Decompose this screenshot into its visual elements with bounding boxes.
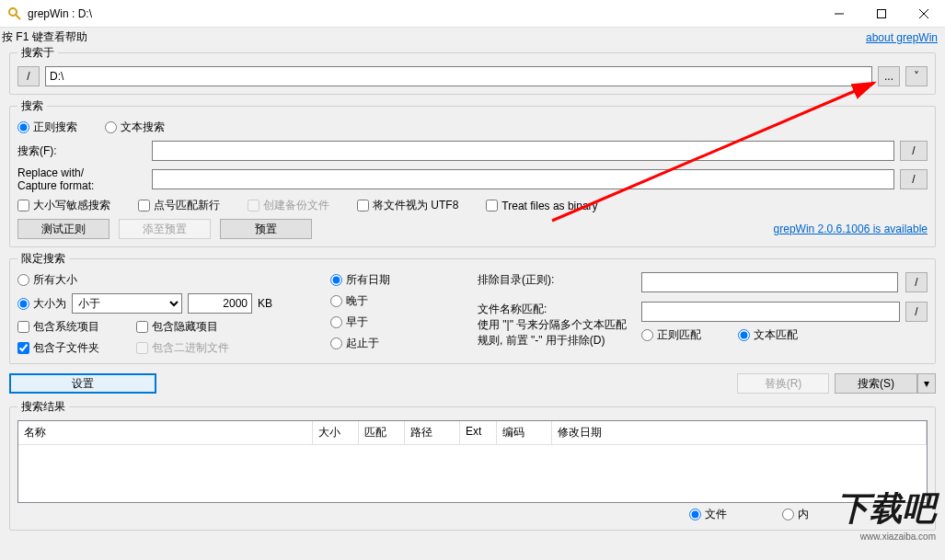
col-matches[interactable]: 匹配: [359, 421, 405, 444]
size-is-radio[interactable]: 大小为: [17, 296, 66, 312]
dot-newline-check[interactable]: 点号匹配新行: [138, 198, 220, 213]
search-button[interactable]: 搜索(S): [835, 373, 917, 394]
results-legend: 搜索结果: [17, 399, 69, 415]
search-group: 搜索 正则搜索 文本搜索 搜索(F): / Replace with/ Capt…: [9, 98, 936, 247]
text-match-radio[interactable]: 文本匹配: [738, 327, 798, 343]
case-sensitive-check[interactable]: 大小写敏感搜索: [17, 198, 110, 213]
result-file-radio[interactable]: 文件: [689, 507, 727, 522]
between-radio[interactable]: 起止于: [330, 336, 459, 351]
svg-line-1: [16, 15, 20, 19]
exclude-dirs-input[interactable]: [641, 272, 898, 292]
replace-input[interactable]: [152, 169, 894, 189]
filename-match-input[interactable]: [641, 302, 900, 322]
result-content-radio[interactable]: 内: [782, 507, 809, 522]
limit-legend: 限定搜索: [17, 251, 69, 267]
svg-rect-3: [878, 9, 886, 17]
settings-button[interactable]: 设置: [9, 373, 156, 394]
filename-match-label: 文件名称匹配: 使用 "|" 号来分隔多个文本匹配 规则, 前置 "-" 用于排…: [478, 302, 634, 349]
svg-point-0: [9, 8, 17, 16]
col-encoding[interactable]: 编码: [497, 421, 552, 444]
replace-button: 替换(R): [737, 373, 829, 394]
col-path[interactable]: 路径: [405, 421, 460, 444]
exclude-slash-button[interactable]: /: [905, 272, 928, 292]
search-path-input[interactable]: [45, 66, 872, 86]
close-button[interactable]: [903, 0, 945, 28]
col-size[interactable]: 大小: [313, 421, 359, 444]
col-modified[interactable]: 修改日期: [552, 421, 927, 444]
create-backup-check: 创建备份文件: [248, 198, 329, 213]
col-name[interactable]: 名称: [18, 421, 313, 444]
search-legend: 搜索: [17, 98, 47, 114]
include-system-check[interactable]: 包含系统项目: [17, 319, 99, 335]
regex-search-radio[interactable]: 正则搜索: [17, 120, 77, 135]
help-hint: 按 F1 键查看帮助: [2, 29, 866, 45]
size-op-select[interactable]: 小于: [72, 293, 182, 314]
binary-check[interactable]: Treat files as binary: [486, 198, 597, 213]
size-value-input[interactable]: [188, 293, 252, 314]
limit-group: 限定搜索 所有大小 大小为 小于 KB 包含系统项目 包含子文件夹 包含隐藏项目…: [9, 251, 936, 364]
add-preset-button: 添至预置: [119, 219, 211, 239]
about-link[interactable]: about grepWin: [866, 31, 938, 44]
col-ext[interactable]: Ext: [460, 421, 497, 444]
older-than-radio[interactable]: 早于: [330, 314, 459, 330]
search-dropdown-button[interactable]: ▾: [917, 373, 936, 394]
include-hidden-check[interactable]: 包含隐藏项目: [136, 319, 229, 335]
update-link[interactable]: grepWin 2.0.6.1006 is available: [774, 223, 928, 235]
results-group: 搜索结果 名称 大小 匹配 路径 Ext 编码 修改日期 文件 内: [9, 399, 936, 531]
search-input[interactable]: [152, 141, 894, 161]
test-regex-button[interactable]: 测试正则: [17, 219, 109, 239]
include-binary-check: 包含二进制文件: [136, 340, 229, 356]
size-unit-label: KB: [258, 297, 272, 310]
filename-slash-button[interactable]: /: [905, 302, 928, 322]
browse-button[interactable]: ...: [878, 66, 900, 86]
all-sizes-radio[interactable]: 所有大小: [17, 272, 312, 288]
window-title: grepWin : D:\: [28, 7, 818, 20]
text-search-radio[interactable]: 文本搜索: [105, 120, 165, 135]
search-for-label: 搜索(F):: [17, 143, 146, 159]
exclude-dirs-label: 排除目录(正则):: [478, 272, 634, 288]
app-icon: [7, 6, 22, 21]
presets-button[interactable]: 预置: [220, 219, 312, 239]
newer-than-radio[interactable]: 晚于: [330, 293, 459, 309]
utf8-check[interactable]: 将文件视为 UTF8: [357, 198, 458, 213]
maximize-button[interactable]: [860, 0, 903, 28]
results-table[interactable]: 名称 大小 匹配 路径 Ext 编码 修改日期: [17, 420, 928, 503]
minimize-button[interactable]: [818, 0, 860, 28]
regex-match-radio[interactable]: 正则匹配: [641, 327, 701, 343]
replace-slash-button[interactable]: /: [900, 169, 928, 189]
path-dropdown-button[interactable]: ˅: [905, 66, 928, 86]
search-slash-button[interactable]: /: [900, 141, 928, 161]
include-subfolders-check[interactable]: 包含子文件夹: [17, 340, 99, 356]
search-in-legend: 搜索于: [17, 45, 58, 61]
path-slash-button[interactable]: /: [17, 66, 40, 86]
replace-label: Replace with/ Capture format:: [17, 166, 146, 192]
search-in-group: 搜索于 / ... ˅: [9, 45, 936, 95]
all-dates-radio[interactable]: 所有日期: [330, 272, 459, 288]
